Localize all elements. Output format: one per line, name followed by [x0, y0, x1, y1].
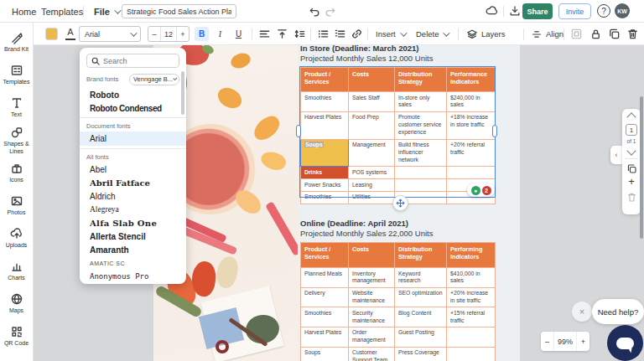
align-button[interactable]: Align — [531, 23, 564, 45]
layers-button[interactable]: Layers — [466, 23, 506, 45]
font-option-amaranth[interactable]: Amaranth — [80, 243, 186, 256]
in-store-table[interactable]: Product / Services Costs Distribution St… — [300, 67, 496, 204]
table-row[interactable]: Smoothies Sales Staff In-store only sale… — [301, 92, 496, 112]
brand-kit-select[interactable]: Venngage B... — [129, 74, 179, 85]
avatar[interactable]: KW — [615, 3, 630, 18]
table-row[interactable]: Harvest Plates Order management Guest Po… — [301, 327, 496, 347]
sidebar-item-maps[interactable]: Maps — [0, 287, 33, 320]
table-header-row[interactable]: Product / Services Costs Distribution St… — [301, 243, 496, 268]
zoom-in-button[interactable]: + — [576, 332, 589, 351]
canvas-scrollbar[interactable] — [640, 96, 643, 239]
duplicate-button[interactable] — [608, 28, 621, 41]
insert-menu[interactable]: Insert — [376, 23, 405, 45]
font-option-arial[interactable]: Arial — [80, 132, 186, 146]
sidebar-item-shapes-lines[interactable]: Shapes & Lines — [0, 124, 33, 157]
share-button[interactable]: Share — [522, 3, 553, 19]
font-option-roboto-condensed[interactable]: Roboto Condensed — [80, 101, 186, 115]
font-option-abel[interactable]: Abel — [80, 162, 186, 176]
table-row[interactable]: Harvest Plates Food Prep Promote custome… — [301, 111, 496, 139]
drinks-cell[interactable]: Drinks — [301, 167, 349, 179]
dismiss-help-button[interactable]: × — [572, 302, 592, 322]
font-option-allerta-stencil[interactable]: Allerta Stencil — [80, 229, 186, 243]
design-canvas[interactable]: In Store (Deadline: March 2021) Projecte… — [34, 45, 644, 361]
fill-color-swatch[interactable] — [45, 28, 58, 40]
sidebar-item-charts[interactable]: Charts — [0, 255, 33, 287]
link-button[interactable] — [351, 28, 364, 41]
file-menu[interactable]: File — [94, 0, 119, 23]
font-search-input[interactable] — [103, 57, 174, 65]
download-button[interactable] — [508, 4, 522, 18]
collapse-panel-button[interactable]: ‹ — [610, 146, 622, 164]
line-spacing-button[interactable] — [293, 28, 307, 41]
font-size-value[interactable]: 12 — [161, 27, 176, 41]
table-row[interactable]: Power Snacks Leasing — [301, 179, 496, 192]
current-page-box[interactable]: 1 — [626, 124, 637, 136]
table-row[interactable]: Soups Management Build fitness influence… — [301, 139, 496, 166]
text-align-button[interactable] — [258, 28, 272, 41]
sidebar-item-uploads[interactable]: Uploads — [0, 222, 33, 255]
numbered-list-button[interactable] — [334, 28, 347, 41]
design-page[interactable]: In Store (Deadline: March 2021) Projecte… — [153, 45, 520, 361]
table-row[interactable]: Drinks POS systems — [301, 167, 496, 179]
selected-cell-soups[interactable]: Soups — [301, 139, 349, 166]
sidebar-item-templates[interactable]: Templates — [0, 59, 33, 91]
sidebar-item-qr-code[interactable]: QR Code — [0, 320, 33, 353]
undo-button[interactable] — [308, 5, 321, 18]
section1-heading[interactable]: In Store (Deadline: March 2021) — [300, 45, 501, 53]
delete-menu[interactable]: Delete — [416, 23, 448, 45]
dropdown-scrollbar[interactable] — [181, 71, 184, 115]
sidebar-item-icons[interactable]: Icons — [0, 157, 33, 189]
bullet-list-button[interactable] — [317, 28, 330, 41]
font-option-alegreya[interactable]: Alegreya — [80, 203, 186, 216]
font-search-box[interactable] — [86, 54, 179, 68]
help-button[interactable]: ? — [597, 4, 610, 18]
delete-page-button[interactable] — [626, 192, 637, 203]
section2-heading[interactable]: Online (Deadline: April 2021) — [300, 219, 501, 228]
font-option-aldrich[interactable]: Aldrich — [80, 189, 186, 203]
sidebar-item-photos[interactable]: Photos — [0, 189, 33, 222]
font-option-anonymous-pro[interactable]: Anonymous Pro — [80, 270, 186, 283]
vertical-align-button[interactable] — [276, 28, 289, 41]
move-handle[interactable] — [392, 195, 408, 211]
font-option-roboto[interactable]: Roboto — [80, 88, 186, 101]
text-color-button[interactable]: A — [64, 27, 77, 41]
need-help-bubble[interactable]: Need help? — [592, 299, 644, 324]
home-link[interactable]: Home — [12, 0, 36, 23]
selection-handle-right[interactable] — [492, 125, 497, 137]
templates-link[interactable]: Templates — [41, 0, 83, 23]
section1-subheading[interactable]: Projected Monthly Sales 12,000 Units — [300, 54, 501, 63]
font-option-antic-slab[interactable]: Antic Slab — [80, 283, 186, 284]
zoom-level[interactable]: 99% — [554, 332, 576, 351]
page-up-button[interactable] — [626, 112, 636, 121]
chat-button[interactable] — [607, 325, 643, 361]
duplicate-page-button[interactable] — [626, 163, 637, 174]
section2-subheading[interactable]: Projected Monthly Sales 22,000 Units — [300, 229, 501, 238]
invite-button[interactable]: Invite — [558, 3, 591, 19]
table-header-row[interactable]: Product / Services Costs Distribution St… — [301, 68, 496, 92]
bold-button[interactable]: B — [195, 27, 209, 41]
zoom-out-button[interactable]: – — [541, 332, 554, 351]
add-page-button[interactable]: + — [628, 177, 635, 187]
page-down-button[interactable] — [626, 146, 636, 155]
sidebar-item-text[interactable]: Text — [0, 91, 33, 124]
selection-handle-left[interactable] — [296, 125, 301, 137]
underline-button[interactable]: U — [231, 27, 246, 41]
table-row[interactable]: Soups Customer Support Team Press Covera… — [301, 347, 496, 361]
group-button[interactable] — [570, 28, 584, 41]
font-family-select[interactable]: Arial — [79, 26, 141, 42]
sidebar-item-brand-kit[interactable]: Brand Kit — [0, 26, 33, 59]
font-size-increase[interactable]: + — [176, 27, 189, 41]
cloud-sync-icon[interactable] — [485, 4, 500, 18]
redo-button[interactable] — [324, 5, 337, 18]
online-table[interactable]: Product / Services Costs Distribution St… — [300, 242, 496, 361]
table-row[interactable]: Planned Meals Inventory management Keywo… — [301, 268, 496, 288]
table-row[interactable]: Smoothies Security maintenance Blog Cont… — [301, 307, 496, 327]
trash-button[interactable] — [626, 28, 640, 41]
lock-button[interactable] — [589, 28, 603, 41]
table-row[interactable]: Delivery Website maintenance SEO optimiz… — [301, 287, 496, 307]
font-option-amatic-sc[interactable]: Amatic SC — [80, 256, 186, 270]
font-size-decrease[interactable]: – — [148, 27, 161, 41]
font-option-alfa-slab-one[interactable]: Alfa Slab One — [80, 216, 186, 229]
italic-button[interactable]: I — [213, 27, 227, 41]
document-title-input[interactable] — [122, 4, 236, 18]
